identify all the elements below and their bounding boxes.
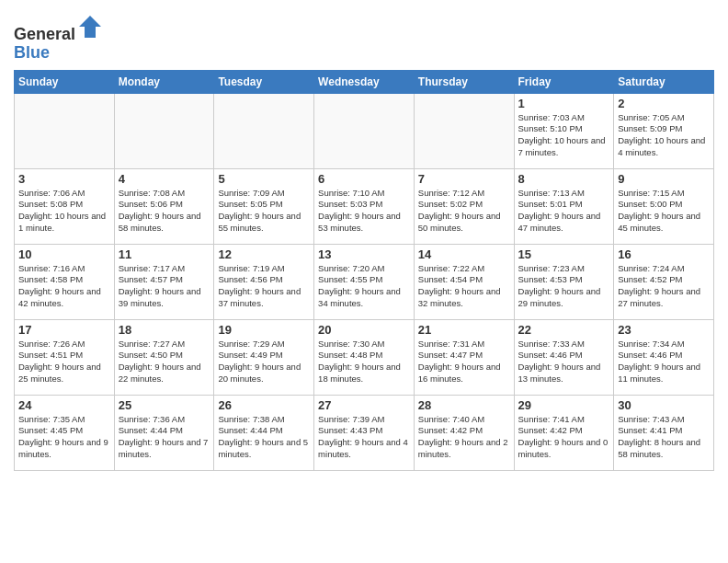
day-number: 6 (318, 172, 410, 186)
calendar-cell: 2Sunrise: 7:05 AMSunset: 5:09 PMDaylight… (614, 93, 714, 168)
day-number: 21 (418, 323, 510, 337)
day-number: 1 (518, 97, 610, 110)
day-number: 30 (618, 398, 710, 412)
calendar-cell: 5Sunrise: 7:09 AMSunset: 5:05 PMDaylight… (214, 168, 314, 244)
day-number: 28 (418, 398, 510, 412)
day-number: 10 (18, 247, 110, 261)
day-info: Sunrise: 7:24 AMSunset: 4:52 PMDaylight:… (618, 263, 710, 310)
day-info: Sunrise: 7:13 AMSunset: 5:01 PMDaylight:… (518, 188, 610, 235)
day-info: Sunrise: 7:09 AMSunset: 5:05 PMDaylight:… (218, 188, 310, 235)
day-info: Sunrise: 7:06 AMSunset: 5:08 PMDaylight:… (18, 188, 110, 235)
week-row-5: 24Sunrise: 7:35 AMSunset: 4:45 PMDayligh… (15, 395, 714, 470)
day-info: Sunrise: 7:34 AMSunset: 4:46 PMDaylight:… (618, 339, 710, 385)
day-info: Sunrise: 7:43 AMSunset: 4:41 PMDaylight:… (618, 414, 710, 461)
day-info: Sunrise: 7:35 AMSunset: 4:45 PMDaylight:… (18, 414, 110, 461)
calendar-cell: 14Sunrise: 7:22 AMSunset: 4:54 PMDayligh… (414, 244, 514, 319)
day-info: Sunrise: 7:10 AMSunset: 5:03 PMDaylight:… (318, 188, 410, 235)
header: General Blue (14, 9, 714, 63)
week-row-3: 10Sunrise: 7:16 AMSunset: 4:58 PMDayligh… (15, 244, 714, 319)
day-info: Sunrise: 7:20 AMSunset: 4:55 PMDaylight:… (318, 263, 410, 310)
day-info: Sunrise: 7:41 AMSunset: 4:42 PMDaylight:… (518, 414, 610, 461)
weekday-header-tuesday: Tuesday (214, 70, 314, 93)
day-number: 19 (218, 323, 310, 337)
day-number: 12 (218, 247, 310, 261)
day-info: Sunrise: 7:33 AMSunset: 4:46 PMDaylight:… (518, 339, 610, 385)
calendar-cell: 9Sunrise: 7:15 AMSunset: 5:00 PMDaylight… (614, 168, 714, 244)
day-number: 11 (119, 247, 210, 261)
calendar-cell: 19Sunrise: 7:29 AMSunset: 4:49 PMDayligh… (214, 319, 314, 395)
day-number: 24 (18, 398, 110, 412)
logo-icon (77, 14, 103, 40)
day-info: Sunrise: 7:27 AMSunset: 4:50 PMDaylight:… (119, 339, 210, 385)
calendar-cell: 21Sunrise: 7:31 AMSunset: 4:47 PMDayligh… (414, 319, 514, 395)
calendar-cell: 28Sunrise: 7:40 AMSunset: 4:42 PMDayligh… (414, 395, 514, 470)
week-row-1: 1Sunrise: 7:03 AMSunset: 5:10 PMDaylight… (15, 93, 714, 168)
calendar-cell: 25Sunrise: 7:36 AMSunset: 4:44 PMDayligh… (114, 395, 214, 470)
weekday-header-row: SundayMondayTuesdayWednesdayThursdayFrid… (15, 70, 714, 93)
day-number: 26 (218, 398, 310, 412)
logo-blue-text: Blue (14, 43, 50, 62)
weekday-header-sunday: Sunday (15, 70, 115, 93)
calendar-cell: 15Sunrise: 7:23 AMSunset: 4:53 PMDayligh… (514, 244, 614, 319)
day-number: 25 (119, 398, 210, 412)
day-number: 22 (518, 323, 610, 337)
day-info: Sunrise: 7:38 AMSunset: 4:44 PMDaylight:… (218, 414, 310, 461)
calendar-cell: 30Sunrise: 7:43 AMSunset: 4:41 PMDayligh… (614, 395, 714, 470)
week-row-4: 17Sunrise: 7:26 AMSunset: 4:51 PMDayligh… (15, 319, 714, 395)
logo: General Blue (14, 14, 103, 63)
calendar-cell: 12Sunrise: 7:19 AMSunset: 4:56 PMDayligh… (214, 244, 314, 319)
calendar-cell (214, 93, 314, 168)
calendar-cell: 29Sunrise: 7:41 AMSunset: 4:42 PMDayligh… (514, 395, 614, 470)
day-number: 9 (618, 172, 710, 186)
calendar-cell: 13Sunrise: 7:20 AMSunset: 4:55 PMDayligh… (314, 244, 415, 319)
day-info: Sunrise: 7:40 AMSunset: 4:42 PMDaylight:… (418, 414, 510, 461)
day-number: 4 (119, 172, 210, 186)
logo-general-text: General (14, 25, 75, 43)
svg-marker-0 (79, 16, 101, 38)
day-number: 13 (318, 247, 410, 261)
day-number: 8 (518, 172, 610, 186)
calendar-cell: 27Sunrise: 7:39 AMSunset: 4:43 PMDayligh… (314, 395, 415, 470)
day-number: 20 (318, 323, 410, 337)
day-number: 17 (18, 323, 110, 337)
day-number: 27 (318, 398, 410, 412)
weekday-header-saturday: Saturday (614, 70, 714, 93)
day-info: Sunrise: 7:15 AMSunset: 5:00 PMDaylight:… (618, 188, 710, 235)
weekday-header-monday: Monday (114, 70, 214, 93)
calendar-cell: 10Sunrise: 7:16 AMSunset: 4:58 PMDayligh… (15, 244, 115, 319)
day-number: 14 (418, 247, 510, 261)
day-number: 7 (418, 172, 510, 186)
calendar-cell (414, 93, 514, 168)
calendar-cell: 1Sunrise: 7:03 AMSunset: 5:10 PMDaylight… (514, 93, 614, 168)
calendar-cell: 6Sunrise: 7:10 AMSunset: 5:03 PMDaylight… (314, 168, 415, 244)
weekday-header-wednesday: Wednesday (314, 70, 415, 93)
calendar-cell: 18Sunrise: 7:27 AMSunset: 4:50 PMDayligh… (114, 319, 214, 395)
calendar-cell: 20Sunrise: 7:30 AMSunset: 4:48 PMDayligh… (314, 319, 415, 395)
calendar-cell: 11Sunrise: 7:17 AMSunset: 4:57 PMDayligh… (114, 244, 214, 319)
day-info: Sunrise: 7:31 AMSunset: 4:47 PMDaylight:… (418, 339, 510, 385)
day-number: 23 (618, 323, 710, 337)
week-row-2: 3Sunrise: 7:06 AMSunset: 5:08 PMDaylight… (15, 168, 714, 244)
calendar-cell: 3Sunrise: 7:06 AMSunset: 5:08 PMDaylight… (15, 168, 115, 244)
day-info: Sunrise: 7:22 AMSunset: 4:54 PMDaylight:… (418, 263, 510, 310)
calendar-cell (114, 93, 214, 168)
calendar-cell: 4Sunrise: 7:08 AMSunset: 5:06 PMDaylight… (114, 168, 214, 244)
day-number: 29 (518, 398, 610, 412)
calendar-table: SundayMondayTuesdayWednesdayThursdayFrid… (14, 70, 714, 471)
day-info: Sunrise: 7:29 AMSunset: 4:49 PMDaylight:… (218, 339, 310, 385)
day-number: 15 (518, 247, 610, 261)
calendar-cell: 26Sunrise: 7:38 AMSunset: 4:44 PMDayligh… (214, 395, 314, 470)
calendar-cell: 7Sunrise: 7:12 AMSunset: 5:02 PMDaylight… (414, 168, 514, 244)
day-info: Sunrise: 7:12 AMSunset: 5:02 PMDaylight:… (418, 188, 510, 235)
day-info: Sunrise: 7:30 AMSunset: 4:48 PMDaylight:… (318, 339, 410, 385)
day-number: 2 (618, 97, 710, 110)
day-info: Sunrise: 7:17 AMSunset: 4:57 PMDaylight:… (119, 263, 210, 310)
calendar-cell: 22Sunrise: 7:33 AMSunset: 4:46 PMDayligh… (514, 319, 614, 395)
day-info: Sunrise: 7:19 AMSunset: 4:56 PMDaylight:… (218, 263, 310, 310)
calendar-cell: 24Sunrise: 7:35 AMSunset: 4:45 PMDayligh… (15, 395, 115, 470)
day-info: Sunrise: 7:26 AMSunset: 4:51 PMDaylight:… (18, 339, 110, 385)
day-info: Sunrise: 7:36 AMSunset: 4:44 PMDaylight:… (119, 414, 210, 461)
calendar-cell: 17Sunrise: 7:26 AMSunset: 4:51 PMDayligh… (15, 319, 115, 395)
day-number: 18 (119, 323, 210, 337)
calendar-cell: 23Sunrise: 7:34 AMSunset: 4:46 PMDayligh… (614, 319, 714, 395)
